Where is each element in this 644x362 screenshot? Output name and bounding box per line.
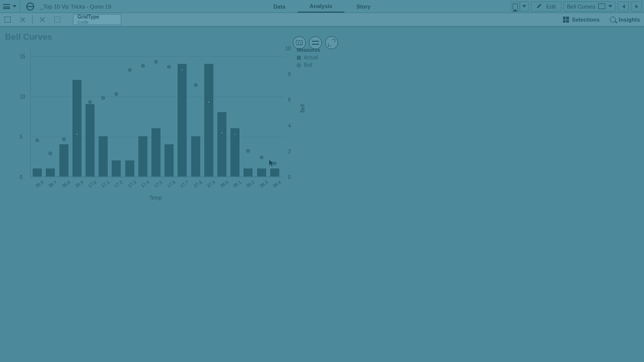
bar[interactable] <box>138 136 147 176</box>
sheet-name: Bell Curves <box>567 4 595 10</box>
chevron-down-icon <box>608 5 612 8</box>
scatter-point[interactable] <box>75 132 78 136</box>
bar[interactable] <box>46 168 55 176</box>
chart-card[interactable]: Bell Curves 051015024681036.636.736.836.… <box>4 30 318 196</box>
scatter-point[interactable] <box>247 149 250 152</box>
selection-field[interactable]: GridType Code <box>73 14 121 25</box>
scatter-point[interactable] <box>233 132 237 136</box>
x-tick: 38.2 <box>246 179 256 189</box>
x-tick: 17.7 <box>180 179 190 189</box>
scatter-point[interactable] <box>154 60 158 64</box>
scatter-point[interactable] <box>194 83 197 87</box>
bar[interactable] <box>99 136 108 176</box>
bar[interactable] <box>191 136 200 176</box>
clear-selections-button[interactable] <box>50 13 65 26</box>
edit-label: Edit <box>546 4 556 10</box>
y2-tick: 8 <box>288 71 291 77</box>
bar[interactable] <box>33 168 42 176</box>
chart-plot-area[interactable]: 051015024681036.636.736.836.917.017.117.… <box>30 48 281 177</box>
x-tick: 36.9 <box>74 179 84 189</box>
chevron-left-icon <box>622 5 625 9</box>
pencil-icon <box>536 4 542 10</box>
scatter-point[interactable] <box>141 64 144 67</box>
bar[interactable] <box>125 160 134 176</box>
scatter-point[interactable] <box>181 68 184 71</box>
bar[interactable] <box>178 64 187 176</box>
legend-item[interactable]: Actual <box>297 55 320 60</box>
scatter-point[interactable] <box>102 96 105 100</box>
bar[interactable] <box>204 64 213 176</box>
y-tick: 5 <box>20 134 23 140</box>
x-tick: 17.6 <box>167 179 177 189</box>
smart-search-button[interactable] <box>0 13 15 26</box>
x-tick: 17.3 <box>127 179 137 189</box>
selections-tool-button[interactable]: Selections <box>563 17 600 23</box>
scatter-point[interactable] <box>168 65 171 69</box>
y2-tick: 10 <box>285 46 291 51</box>
chevron-down-icon <box>522 5 526 8</box>
camera-icon <box>296 40 303 45</box>
selections-icon <box>563 17 569 23</box>
sheet-picker[interactable]: Bell Curves <box>564 2 616 12</box>
scatter-point[interactable] <box>207 100 210 104</box>
bar[interactable] <box>151 128 160 176</box>
x-tick: 36.8 <box>61 179 71 189</box>
bar[interactable] <box>86 104 95 176</box>
step-forward-button[interactable] <box>35 13 50 26</box>
menu-button[interactable] <box>0 0 20 13</box>
bar[interactable] <box>217 112 226 176</box>
prev-sheet-button[interactable] <box>618 2 629 12</box>
x-tick: 37.8 <box>193 179 203 189</box>
x-tick: 38.4 <box>272 179 282 189</box>
scatter-point[interactable] <box>88 100 92 104</box>
step-back-button[interactable] <box>15 13 30 26</box>
tab-analysis[interactable]: Analysis <box>297 0 344 13</box>
bar[interactable] <box>165 144 174 176</box>
scatter-point[interactable] <box>36 139 39 142</box>
bar[interactable] <box>257 168 266 176</box>
scatter-point[interactable] <box>115 93 118 96</box>
tab-story[interactable]: Story <box>344 0 382 13</box>
chevron-down-icon <box>13 5 17 8</box>
hamburger-icon <box>3 4 10 9</box>
bar[interactable] <box>112 160 121 176</box>
scatter-point[interactable] <box>128 68 131 71</box>
scatter-point[interactable] <box>49 151 52 155</box>
legend-item[interactable]: Bell <box>297 62 320 68</box>
scatter-point[interactable] <box>273 162 276 165</box>
x-tick: 38.1 <box>232 179 243 189</box>
scatter-point[interactable] <box>260 155 263 159</box>
legend-title: Measures <box>297 47 320 53</box>
divider <box>32 15 33 24</box>
y-axis-label: Actual <box>0 102 1 116</box>
bookmark-dropdown[interactable] <box>520 2 529 12</box>
x-tick: 17.2 <box>114 179 124 189</box>
scatter-point[interactable] <box>62 137 65 141</box>
bookmark-button[interactable] <box>511 2 520 12</box>
x-tick: 17.1 <box>101 179 111 189</box>
bar[interactable] <box>244 168 253 176</box>
scatter-point[interactable] <box>220 131 224 134</box>
x-tick: 17.4 <box>140 179 150 189</box>
bar[interactable] <box>72 80 82 176</box>
legend-label: Bell <box>304 62 312 68</box>
y2-tick: 2 <box>288 148 291 154</box>
next-sheet-button[interactable] <box>631 2 642 12</box>
expand-icon <box>328 39 335 46</box>
selections-label: Selections <box>572 17 600 23</box>
x-tick: 17.0 <box>87 179 97 189</box>
fullscreen-button[interactable] <box>325 36 338 49</box>
globe-icon <box>26 3 34 11</box>
legend-swatch-square <box>297 56 301 60</box>
chart-legend: Measures Actual Bell <box>297 47 320 70</box>
insights-button[interactable]: Insights <box>610 17 640 23</box>
tab-data[interactable]: Data <box>261 0 297 13</box>
bookmark-icon <box>513 4 518 10</box>
bar[interactable] <box>270 168 279 176</box>
sliders-icon <box>312 40 319 46</box>
edit-button[interactable]: Edit <box>531 2 561 12</box>
field-subcaption: Code <box>77 20 117 25</box>
x-axis-label: Temp <box>30 195 281 201</box>
bar[interactable] <box>59 144 68 176</box>
app-icon <box>24 1 36 13</box>
